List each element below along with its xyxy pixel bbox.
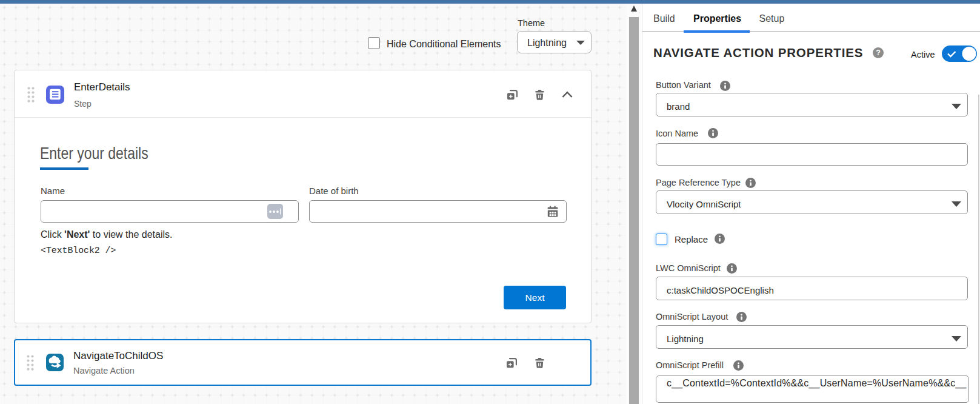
svg-text:?: ? (876, 49, 881, 57)
